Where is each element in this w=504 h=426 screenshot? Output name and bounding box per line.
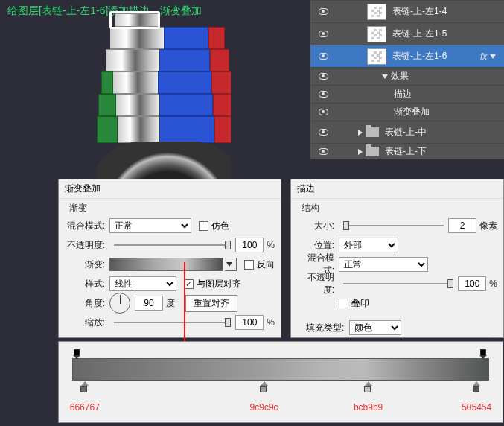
angle-label: 角度:: [65, 297, 109, 310]
gradient-bar[interactable]: [72, 358, 489, 381]
opacity-slider[interactable]: [114, 239, 231, 251]
size-slider[interactable]: [343, 220, 444, 232]
selection-highlight: [109, 11, 160, 29]
folder-icon: [366, 127, 379, 137]
layer-name: 表链-上-中: [385, 126, 504, 139]
layer-row[interactable]: 表链-上-左1-4: [310, 0, 504, 22]
effect-label: 描边: [394, 88, 412, 101]
overprint-label: 叠印: [351, 297, 369, 310]
layer-thumb: [367, 48, 386, 65]
overprint-checkbox[interactable]: [339, 299, 348, 308]
effects-header-row[interactable]: 效果: [310, 67, 504, 85]
filltype-legend: 填充类型: 颜色: [303, 320, 404, 335]
layer-thumb: [367, 4, 386, 20]
effect-grad-row[interactable]: 渐变叠加: [310, 103, 504, 121]
stop-hex: 666767: [70, 402, 100, 413]
unit-percent: %: [489, 279, 497, 289]
gradient-label: 渐变:: [65, 258, 109, 271]
visibility-toggle[interactable]: [310, 91, 336, 98]
effect-stroke-row[interactable]: 描边: [310, 85, 504, 103]
layer-row[interactable]: 表链-上-左1-5: [310, 22, 504, 45]
visibility-toggle[interactable]: [310, 129, 336, 136]
position-label: 位置:: [297, 239, 339, 252]
reset-align-button[interactable]: 重置对齐: [185, 295, 237, 312]
gradient-swatch[interactable]: [109, 258, 223, 271]
panel-title: 渐变叠加: [59, 179, 281, 199]
gradient-overlay-panel: 渐变叠加 渐变 混合模式: 正常 仿色 不透明度: % 渐变: 反向 样式: 线…: [58, 179, 281, 338]
opacity-stop[interactable]: [480, 349, 488, 358]
chevron-right-icon[interactable]: [358, 149, 363, 155]
size-input[interactable]: [448, 218, 476, 233]
opacity-input[interactable]: [458, 276, 486, 291]
visibility-toggle[interactable]: [310, 31, 336, 37]
stroke-panel: 描边 结构 大小: 像素 位置: 外部 混合模式: 正常 不透明度: % 叠印 …: [290, 179, 504, 338]
blend-mode-select[interactable]: 正常: [339, 257, 428, 272]
opacity-label: 不透明度:: [297, 271, 339, 296]
opacity-stop[interactable]: [74, 349, 81, 358]
angle-input[interactable]: [135, 296, 163, 311]
opacity-label: 不透明度:: [65, 239, 109, 252]
layers-panel: 表链-上-左1-4 表链-上-左1-5 表链-上-左1-6 fx 效果 描边 渐…: [310, 0, 504, 159]
section-label: 结构: [291, 199, 503, 216]
annotation-arrow: [184, 262, 185, 344]
layer-name: 表链-上-左1-4: [392, 5, 504, 18]
opacity-slider[interactable]: [343, 278, 453, 290]
canvas-preview: [22, 13, 290, 181]
section-label: 渐变: [59, 199, 281, 216]
scale-input[interactable]: [235, 315, 264, 330]
chevron-down-icon[interactable]: [490, 54, 496, 59]
size-label: 大小:: [297, 220, 339, 232]
style-select[interactable]: 线性: [109, 276, 176, 291]
layer-name: 表链-上-左1-6: [392, 50, 480, 63]
visibility-toggle[interactable]: [310, 8, 336, 15]
stop-hex: 505454: [462, 402, 491, 413]
stop-hex: bcb9b9: [354, 402, 383, 413]
visibility-toggle[interactable]: [310, 109, 336, 115]
chevron-down-icon[interactable]: [382, 74, 388, 79]
scale-label: 缩放:: [65, 317, 109, 329]
color-stop[interactable]: [261, 381, 268, 392]
opacity-input[interactable]: [235, 238, 264, 252]
layer-group-row[interactable]: 表链-上-下: [310, 143, 504, 159]
reverse-checkbox[interactable]: [244, 260, 254, 270]
style-label: 样式:: [65, 278, 109, 290]
blend-mode-label: 混合模式:: [65, 220, 109, 232]
color-stops-track[interactable]: [72, 381, 489, 392]
color-stop[interactable]: [365, 381, 372, 392]
size-unit: 像素: [479, 220, 497, 232]
unit-percent: %: [267, 317, 275, 328]
layer-name: 表链-上-左1-5: [392, 28, 504, 40]
visibility-toggle[interactable]: [310, 73, 336, 80]
stop-hex: 9c9c9c: [250, 402, 278, 413]
layer-group-row[interactable]: 表链-上-中: [310, 121, 504, 143]
scale-slider[interactable]: [114, 317, 231, 328]
reverse-label: 反向: [257, 258, 275, 271]
filltype-select[interactable]: 颜色: [349, 320, 401, 335]
angle-unit: 度: [166, 297, 175, 310]
panel-title: 描边: [291, 179, 503, 199]
dither-checkbox[interactable]: [199, 221, 208, 231]
color-stop[interactable]: [81, 381, 89, 392]
angle-wheel[interactable]: [109, 293, 130, 314]
blend-mode-select[interactable]: 正常: [109, 218, 191, 233]
position-select[interactable]: 外部: [339, 238, 398, 252]
unit-percent: %: [267, 240, 275, 250]
visibility-toggle[interactable]: [310, 148, 336, 155]
layer-name: 表链-上-下: [385, 145, 504, 158]
visibility-toggle[interactable]: [310, 53, 336, 60]
dither-label: 仿色: [211, 220, 229, 232]
gradient-editor: 666767 9c9c9c bcb9b9 505454: [58, 341, 503, 423]
effect-label: 渐变叠加: [394, 106, 430, 118]
effects-label: 效果: [391, 70, 409, 83]
chevron-right-icon[interactable]: [358, 130, 363, 136]
align-label: 与图层对齐: [197, 278, 241, 290]
gradient-dropdown[interactable]: [225, 258, 237, 271]
layer-row-selected[interactable]: 表链-上-左1-6 fx: [310, 45, 504, 67]
folder-icon: [366, 147, 379, 156]
fx-badge: fx: [480, 51, 487, 62]
color-stop[interactable]: [473, 381, 480, 392]
layer-thumb: [367, 26, 386, 42]
